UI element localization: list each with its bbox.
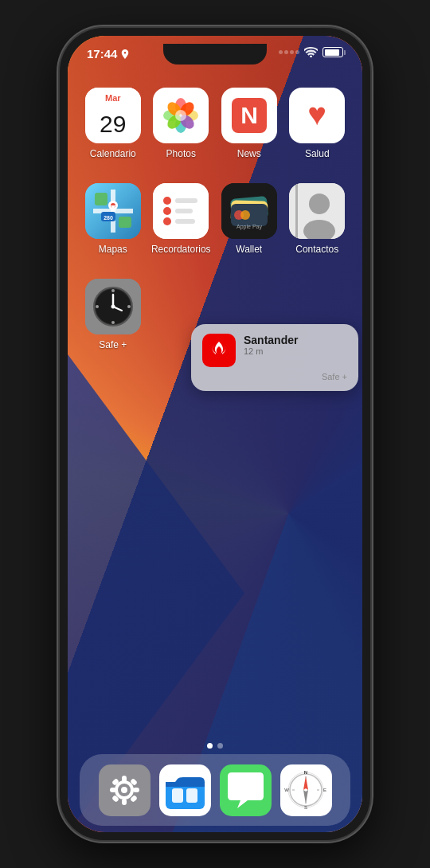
santander-app-icon [202,334,236,367]
app-calendario[interactable]: Mar 29 Calendario [82,88,144,159]
signal-dots [279,50,299,54]
dock-item-safari[interactable]: N S E W [280,764,332,816]
svg-rect-28 [175,219,195,224]
svg-point-34 [240,210,250,220]
wallet-svg: Apple Pay [221,183,277,239]
svg-rect-53 [122,776,127,782]
notch [163,44,267,65]
svg-point-49 [111,305,115,309]
safe-clock-icon[interactable] [85,279,141,334]
app-recordatorios[interactable]: Recordatorios [150,183,213,255]
svg-text:W: W [284,788,289,792]
page-dot-1[interactable] [207,743,213,749]
photos-svg [160,95,201,136]
photos-icon[interactable] [153,88,209,143]
cal-day: 29 [100,108,126,143]
app-salud[interactable]: ♥ Salud [287,88,349,159]
svg-rect-56 [133,788,139,792]
mapas-svg: 280 [85,183,141,239]
svg-point-44 [127,305,131,308]
svg-point-46 [96,305,99,308]
app-mapas[interactable]: 280 Mapas [82,183,144,255]
contactos-svg [289,183,345,239]
svg-text:♥: ♥ [307,96,326,131]
app-wallet[interactable]: Apple Pay Wallet [218,183,280,255]
app-contactos[interactable]: Contactos [287,183,349,255]
news-label: News [237,148,261,159]
app-news[interactable]: N News [218,88,280,159]
news-icon[interactable]: N [221,88,277,143]
svg-point-38 [309,194,330,214]
svg-point-9 [175,110,186,121]
recordatorios-svg [153,183,209,239]
app-photos[interactable]: Photos [150,88,213,159]
svg-rect-64 [186,788,197,803]
page-dots [68,743,362,749]
safari-icon[interactable]: N S E W [280,764,332,816]
mapas-label: Mapas [99,244,127,255]
news-svg: N [229,95,270,136]
svg-text:280: 280 [104,215,113,221]
signal-dot-1 [279,50,283,54]
svg-text:N: N [240,102,258,128]
salud-svg: ♥ [296,95,338,136]
contactos-label: Contactos [295,244,338,255]
files-icon[interactable] [159,764,211,816]
signal-dot-4 [295,50,299,54]
svg-point-52 [121,787,127,793]
settings-icon[interactable] [99,764,150,816]
svg-point-23 [163,197,171,205]
svg-rect-17 [119,217,131,228]
cal-month: Mar [105,93,121,103]
svg-rect-26 [175,209,193,213]
app-grid-row2: 280 Mapas [82,183,348,255]
battery-icon [322,47,343,57]
svg-text:S: S [303,805,307,810]
contactos-icon[interactable] [289,183,345,239]
recordatorios-icon[interactable] [153,183,209,239]
svg-rect-54 [122,799,127,805]
notification-title: Santander [244,334,347,346]
svg-rect-16 [95,193,108,205]
dock-item-files[interactable] [159,764,211,816]
wallet-label: Wallet [236,244,262,255]
notification-popup[interactable]: Santander 12 m Safe + [191,324,358,391]
app-grid-row1: Mar 29 Calendario [82,88,348,159]
svg-text:N: N [303,770,307,775]
salud-icon[interactable]: ♥ [289,88,345,143]
wifi-icon [304,47,318,57]
svg-rect-24 [175,198,197,203]
dock-item-settings[interactable] [99,764,150,816]
dock-item-messages[interactable] [220,764,272,816]
safe-clock-svg [85,279,141,334]
notification-time: 12 m [244,346,347,356]
dock: N S E W [80,754,350,826]
svg-point-43 [111,289,115,292]
notification-group: Safe + [202,372,347,381]
svg-text:Apple Pay: Apple Pay [236,224,262,230]
time-display: 17:44 [87,47,117,61]
status-right [279,47,343,57]
page-dot-2[interactable] [217,743,223,749]
santander-logo [208,339,230,362]
wallet-icon[interactable]: Apple Pay [221,183,277,239]
calendario-icon[interactable]: Mar 29 [85,88,141,143]
app-safe-clock[interactable]: Safe + [82,279,144,350]
recordatorios-label: Recordatorios [151,244,211,255]
svg-rect-63 [172,788,183,803]
location-icon [121,49,129,59]
svg-text:E: E [322,788,326,792]
phone-frame: 17:44 [60,28,370,840]
phone-screen: 17:44 [68,36,362,832]
svg-rect-55 [110,788,116,792]
messages-icon[interactable] [220,764,272,816]
signal-dot-2 [284,50,288,54]
salud-label: Salud [305,148,330,159]
status-time: 17:44 [87,47,129,61]
mapas-icon[interactable]: 280 [85,183,141,239]
notification-content: Santander 12 m [244,334,347,358]
svg-rect-37 [295,183,298,239]
safe-clock-label: Safe + [99,339,127,350]
photos-label: Photos [166,148,196,159]
svg-point-45 [111,321,115,324]
